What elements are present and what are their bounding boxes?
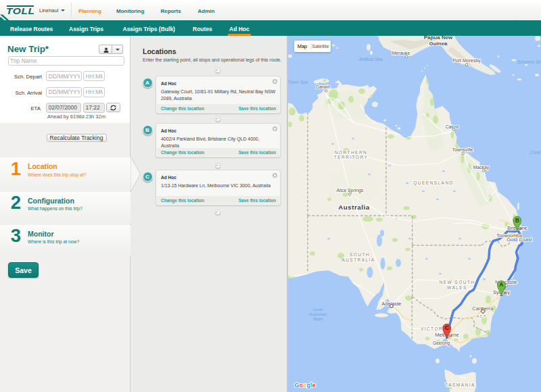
svg-text:Solomon Sea: Solomon Sea bbox=[517, 59, 541, 64]
svg-text:Bight: Bight bbox=[313, 317, 323, 321]
svg-text:Coral Sea: Coral Sea bbox=[530, 150, 541, 155]
svg-text:Great: Great bbox=[312, 308, 323, 312]
svg-text:TASMANIA: TASMANIA bbox=[445, 383, 475, 387]
svg-text:WALES: WALES bbox=[447, 285, 467, 290]
svg-text:Google: Google bbox=[295, 382, 316, 389]
svg-text:Port Moresby: Port Moresby bbox=[452, 58, 481, 64]
svg-text:C: C bbox=[445, 324, 449, 331]
svg-text:A: A bbox=[499, 281, 503, 288]
svg-text:B: B bbox=[515, 217, 519, 224]
svg-text:Australian: Australian bbox=[308, 312, 327, 316]
svg-text:Mackay: Mackay bbox=[473, 165, 490, 170]
svg-text:Alice Springs: Alice Springs bbox=[336, 188, 363, 193]
svg-text:Guinea: Guinea bbox=[429, 41, 448, 47]
svg-text:ACT: ACT bbox=[476, 314, 486, 318]
svg-text:Merauke: Merauke bbox=[392, 51, 410, 55]
svg-text:Australia: Australia bbox=[338, 203, 369, 211]
svg-text:Cairns: Cairns bbox=[446, 124, 459, 129]
svg-text:Timor Sea: Timor Sea bbox=[288, 80, 308, 84]
svg-text:TERRITORY: TERRITORY bbox=[334, 155, 368, 160]
svg-text:NORTHERN: NORTHERN bbox=[335, 150, 367, 155]
svg-text:Townsville: Townsville bbox=[452, 147, 473, 152]
svg-text:Geelong: Geelong bbox=[433, 341, 450, 346]
svg-text:AUSTRALIA: AUSTRALIA bbox=[342, 258, 375, 262]
svg-text:Arafura Sea: Arafura Sea bbox=[358, 57, 383, 62]
svg-text:QUEENSLAND: QUEENSLAND bbox=[413, 180, 453, 186]
svg-text:NEW SOUTH: NEW SOUTH bbox=[440, 280, 475, 285]
svg-text:Darwin: Darwin bbox=[316, 84, 330, 89]
svg-text:SOUTH: SOUTH bbox=[350, 252, 370, 257]
svg-text:Gold Coast: Gold Coast bbox=[507, 237, 532, 243]
